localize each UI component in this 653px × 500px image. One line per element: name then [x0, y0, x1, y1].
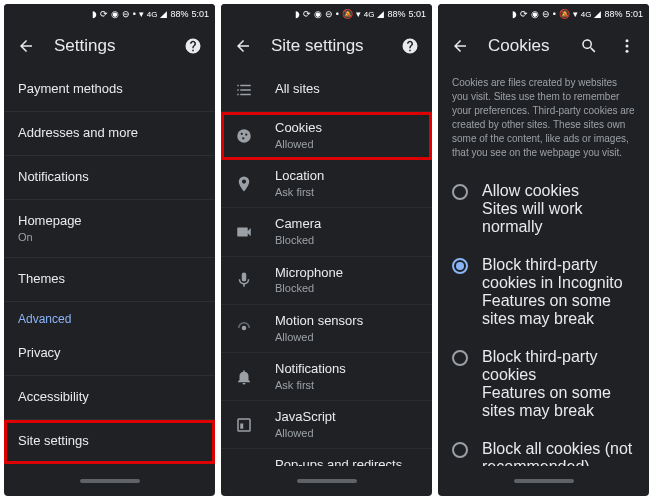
status-bar: ◗ ⟳ ◉ ⊖ • 🔕 ▾ 4G ◢ 88% 5:01: [438, 4, 649, 24]
settings-screen: ◗ ⟳ ◉ ⊖ • ▾ 4G ◢ 88% 5:01 Settings Payme…: [4, 4, 215, 496]
dnd-icon: ⊖: [542, 9, 550, 19]
chat-icon: ◉: [531, 9, 539, 19]
popups[interactable]: Pop-ups and redirectsBlocked: [221, 449, 432, 466]
back-button[interactable]: [233, 36, 253, 56]
svg-point-4: [242, 326, 247, 331]
location-icon: [235, 175, 253, 193]
signal-icon: ◢: [160, 9, 167, 19]
signal-icon: ◢: [594, 9, 601, 19]
battery-pct: 88%: [387, 9, 405, 19]
svg-point-9: [626, 45, 629, 48]
homepage[interactable]: HomepageOn: [4, 200, 215, 258]
dnd-icon: ⊖: [122, 9, 130, 19]
cookies[interactable]: CookiesAllowed: [221, 112, 432, 160]
overflow-button[interactable]: [617, 36, 637, 56]
accessibility[interactable]: Accessibility: [4, 376, 215, 420]
signal-icon: ◢: [377, 9, 384, 19]
moon-icon: ◗: [295, 9, 300, 19]
radio-icon: [452, 258, 468, 274]
clock: 5:01: [625, 9, 643, 19]
search-button[interactable]: [579, 36, 599, 56]
location[interactable]: LocationAsk first: [221, 160, 432, 208]
nav-bar[interactable]: [4, 466, 215, 496]
languages[interactable]: Languages: [4, 464, 215, 466]
javascript[interactable]: JavaScriptAllowed: [221, 401, 432, 449]
page-title: Cookies: [488, 36, 561, 56]
net-label: 4G: [581, 10, 592, 19]
chat-icon: ◉: [314, 9, 322, 19]
radio-icon: [452, 442, 468, 458]
camera[interactable]: CameraBlocked: [221, 208, 432, 256]
settings-list: Payment methods Addresses and more Notif…: [4, 68, 215, 466]
cookie-options: Allow cookiesSites will work normally Bl…: [438, 172, 649, 466]
svg-point-1: [241, 132, 243, 134]
clock: 5:01: [408, 9, 426, 19]
radio-icon: [452, 350, 468, 366]
svg-rect-5: [238, 419, 250, 431]
moon-icon: ◗: [512, 9, 517, 19]
wifi-icon: ▾: [573, 9, 578, 19]
page-title: Settings: [54, 36, 165, 56]
svg-rect-6: [240, 423, 243, 428]
camera-icon: [235, 223, 253, 241]
nav-bar[interactable]: [438, 466, 649, 496]
microphone[interactable]: MicrophoneBlocked: [221, 257, 432, 305]
battery-pct: 88%: [604, 9, 622, 19]
back-button[interactable]: [16, 36, 36, 56]
clock: 5:01: [191, 9, 209, 19]
motion-sensors[interactable]: Motion sensorsAllowed: [221, 305, 432, 353]
mute-icon: 🔕: [559, 9, 570, 19]
motion-icon: [235, 319, 253, 337]
net-label: 4G: [364, 10, 375, 19]
chat-icon: ◉: [111, 9, 119, 19]
page-title: Site settings: [271, 36, 382, 56]
back-button[interactable]: [450, 36, 470, 56]
svg-point-8: [626, 39, 629, 42]
advanced-label: Advanced: [4, 302, 215, 332]
header: Cookies: [438, 24, 649, 68]
cookies-screen: ◗ ⟳ ◉ ⊖ • 🔕 ▾ 4G ◢ 88% 5:01 Cookies Cook…: [438, 4, 649, 496]
svg-point-2: [245, 133, 247, 135]
mute-icon: 🔕: [342, 9, 353, 19]
battery-pct: 88%: [170, 9, 188, 19]
all-sites[interactable]: All sites: [221, 68, 432, 112]
payment-methods[interactable]: Payment methods: [4, 68, 215, 112]
opt-block-3p[interactable]: Block third-party cookiesFeatures on som…: [438, 338, 649, 430]
svg-point-0: [237, 129, 251, 143]
addresses[interactable]: Addresses and more: [4, 112, 215, 156]
moon-icon: ◗: [92, 9, 97, 19]
sync-icon: ⟳: [520, 9, 528, 19]
cookie-icon: [235, 127, 253, 145]
mic-icon: [235, 271, 253, 289]
notifications-site[interactable]: NotificationsAsk first: [221, 353, 432, 401]
list-icon: [235, 81, 253, 99]
wifi-icon: ▾: [356, 9, 361, 19]
cookies-description: Cookies are files created by websites yo…: [438, 68, 649, 172]
site-settings-screen: ◗ ⟳ ◉ ⊖ • 🔕 ▾ 4G ◢ 88% 5:01 Site setting…: [221, 4, 432, 496]
notifications[interactable]: Notifications: [4, 156, 215, 200]
wifi-icon: ▾: [139, 9, 144, 19]
themes[interactable]: Themes: [4, 258, 215, 302]
net-label: 4G: [147, 10, 158, 19]
popup-icon: [235, 464, 253, 466]
opt-block-all[interactable]: Block all cookies (not recommended)Featu…: [438, 430, 649, 466]
site-settings-list: All sites CookiesAllowed LocationAsk fir…: [221, 68, 432, 466]
opt-block-3p-incognito[interactable]: Block third-party cookies in IncognitoFe…: [438, 246, 649, 338]
site-settings[interactable]: Site settings: [4, 420, 215, 464]
svg-point-3: [242, 137, 244, 139]
status-bar: ◗ ⟳ ◉ ⊖ • 🔕 ▾ 4G ◢ 88% 5:01: [221, 4, 432, 24]
header: Site settings: [221, 24, 432, 68]
help-button[interactable]: [400, 36, 420, 56]
sync-icon: ⟳: [100, 9, 108, 19]
bell-icon: [235, 368, 253, 386]
help-button[interactable]: [183, 36, 203, 56]
svg-point-10: [626, 50, 629, 53]
radio-icon: [452, 184, 468, 200]
dnd-icon: ⊖: [325, 9, 333, 19]
opt-allow[interactable]: Allow cookiesSites will work normally: [438, 172, 649, 246]
privacy[interactable]: Privacy: [4, 332, 215, 376]
status-bar: ◗ ⟳ ◉ ⊖ • ▾ 4G ◢ 88% 5:01: [4, 4, 215, 24]
header: Settings: [4, 24, 215, 68]
sync-icon: ⟳: [303, 9, 311, 19]
nav-bar[interactable]: [221, 466, 432, 496]
